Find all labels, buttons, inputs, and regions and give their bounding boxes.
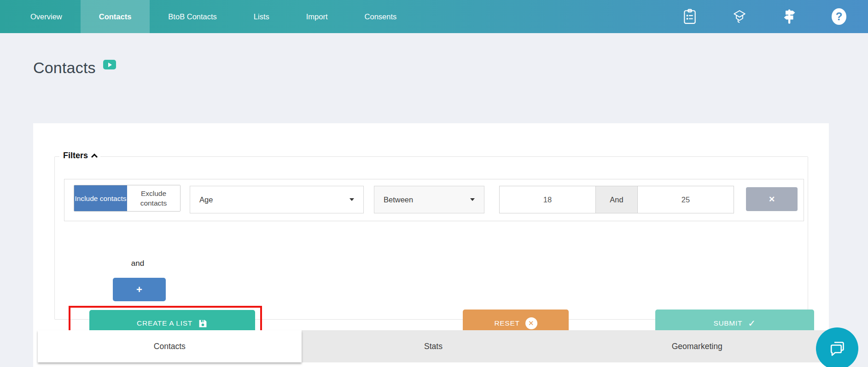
nav-items: Overview Contacts BtoB Contacts Lists Im… (12, 0, 415, 33)
cancel-circle-icon: ✕ (525, 317, 537, 329)
filters-fieldset: Filters Include contacts Exclude contact… (54, 156, 808, 320)
chevron-up-icon (91, 154, 98, 160)
check-icon: ✓ (748, 318, 756, 329)
page-title: Contacts (33, 59, 96, 77)
nav-item-consents[interactable]: Consents (346, 0, 415, 33)
nav-item-import[interactable]: Import (288, 0, 346, 33)
include-contacts-toggle[interactable]: Include contacts (74, 185, 127, 211)
play-triangle-icon (108, 63, 112, 67)
save-icon (198, 319, 208, 328)
contacts-card: Filters Include contacts Exclude contact… (33, 123, 829, 367)
video-play-icon[interactable] (103, 60, 116, 69)
nav-item-btob-contacts[interactable]: BtoB Contacts (150, 0, 235, 33)
value-to-input[interactable] (637, 186, 734, 213)
nav-toolbar-icons: ? (682, 0, 847, 33)
remove-filter-button[interactable]: ✕ (746, 187, 798, 211)
checklist-icon[interactable] (682, 8, 698, 25)
nav-item-contacts[interactable]: Contacts (81, 0, 150, 33)
nav-item-overview[interactable]: Overview (12, 0, 81, 33)
results-tab-bar: Contacts Stats Geomarketing (38, 330, 829, 362)
and-separator-label: And (596, 186, 637, 213)
nav-item-lists[interactable]: Lists (235, 0, 288, 33)
value-from-input[interactable] (499, 186, 596, 213)
chat-button[interactable] (816, 327, 858, 367)
create-a-list-label: CREATE A LIST (137, 319, 192, 327)
reset-label: RESET (494, 319, 519, 327)
page-header: Contacts (33, 59, 116, 77)
chat-bubbles-icon (827, 338, 848, 359)
filters-legend[interactable]: Filters (59, 151, 100, 161)
add-condition-button[interactable]: + (113, 278, 166, 301)
and-connector-label: and (110, 259, 165, 268)
operator-select-value: Between (384, 195, 413, 204)
caret-down-icon (350, 198, 354, 201)
field-select[interactable]: Age (190, 186, 364, 213)
top-navbar: Overview Contacts BtoB Contacts Lists Im… (0, 0, 868, 33)
exclude-contacts-toggle[interactable]: Exclude contacts (127, 185, 180, 211)
include-exclude-toggle: Include contacts Exclude contacts (74, 185, 181, 212)
filters-legend-label: Filters (63, 151, 88, 161)
field-select-value: Age (199, 195, 213, 204)
submit-label: SUBMIT (713, 319, 742, 327)
signpost-icon[interactable] (781, 8, 797, 25)
help-icon[interactable]: ? (831, 8, 847, 25)
operator-select[interactable]: Between (374, 186, 484, 213)
filter-rule-row: Include contacts Exclude contacts Age Be… (64, 179, 804, 221)
caret-down-icon (470, 198, 475, 201)
tab-stats[interactable]: Stats (302, 330, 565, 362)
education-icon[interactable] (732, 8, 747, 25)
tab-contacts[interactable]: Contacts (38, 330, 302, 362)
help-question-glyph: ? (832, 8, 846, 25)
tab-geomarketing[interactable]: Geomarketing (565, 330, 829, 362)
